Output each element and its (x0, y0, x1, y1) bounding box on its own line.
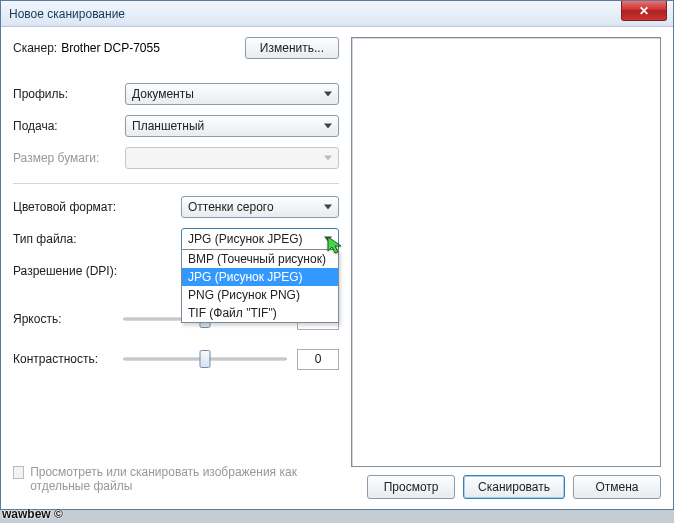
scanner-name: Brother DCP-7055 (61, 41, 160, 55)
preview-button[interactable]: Просмотр (367, 475, 455, 499)
scanner-label: Сканер: (13, 41, 57, 55)
profile-value: Документы (132, 87, 194, 101)
change-scanner-button[interactable]: Изменить... (245, 37, 339, 59)
titlebar: Новое сканирование ✕ (1, 1, 673, 27)
color-value: Оттенки серого (188, 200, 274, 214)
profile-combo[interactable]: Документы (125, 83, 339, 105)
cancel-button[interactable]: Отмена (573, 475, 661, 499)
dialog-footer: Просмотр Сканировать Отмена (351, 475, 661, 499)
filetype-option[interactable]: JPG (Рисунок JPEG) (182, 268, 338, 286)
filetype-option[interactable]: PNG (Рисунок PNG) (182, 286, 338, 304)
contrast-value[interactable]: 0 (297, 349, 339, 370)
chevron-down-icon (324, 237, 332, 242)
preview-separate-row: Просмотреть или сканировать изображения … (13, 465, 339, 499)
preview-area (351, 37, 661, 467)
paper-label: Размер бумаги: (13, 151, 125, 165)
scan-button[interactable]: Сканировать (463, 475, 565, 499)
paper-combo (125, 147, 339, 169)
filetype-option[interactable]: TIF (Файл "TIF") (182, 304, 338, 322)
preview-separate-label: Просмотреть или сканировать изображения … (30, 465, 339, 493)
window-title: Новое сканирование (9, 7, 125, 21)
filetype-value: JPG (Рисунок JPEG) (188, 232, 303, 246)
chevron-down-icon (324, 205, 332, 210)
chevron-down-icon (324, 156, 332, 161)
color-combo[interactable]: Оттенки серого (181, 196, 339, 218)
scan-dialog: Новое сканирование ✕ Сканер: Brother DCP… (0, 0, 674, 510)
watermark: wawbew © (2, 507, 63, 521)
filetype-label: Тип файла: (13, 232, 181, 246)
contrast-label: Контрастность: (13, 352, 123, 366)
filetype-dropdown: BMP (Точечный рисунок) JPG (Рисунок JPEG… (181, 249, 339, 323)
slider-thumb[interactable] (200, 350, 211, 368)
close-icon: ✕ (639, 4, 649, 18)
chevron-down-icon (324, 92, 332, 97)
filetype-combo[interactable]: JPG (Рисунок JPEG) BMP (Точечный рисунок… (181, 228, 339, 250)
feed-label: Подача: (13, 119, 125, 133)
preview-separate-checkbox (13, 466, 24, 479)
feed-value: Планшетный (132, 119, 204, 133)
profile-label: Профиль: (13, 87, 125, 101)
chevron-down-icon (324, 124, 332, 129)
brightness-label: Яркость: (13, 312, 123, 326)
close-button[interactable]: ✕ (621, 1, 667, 21)
contrast-slider[interactable] (123, 348, 287, 370)
dpi-label: Разрешение (DPI): (13, 264, 181, 278)
color-label: Цветовой формат: (13, 200, 181, 214)
separator (13, 183, 339, 184)
feed-combo[interactable]: Планшетный (125, 115, 339, 137)
settings-panel: Сканер: Brother DCP-7055 Изменить... Про… (13, 37, 339, 499)
filetype-option[interactable]: BMP (Точечный рисунок) (182, 250, 338, 268)
